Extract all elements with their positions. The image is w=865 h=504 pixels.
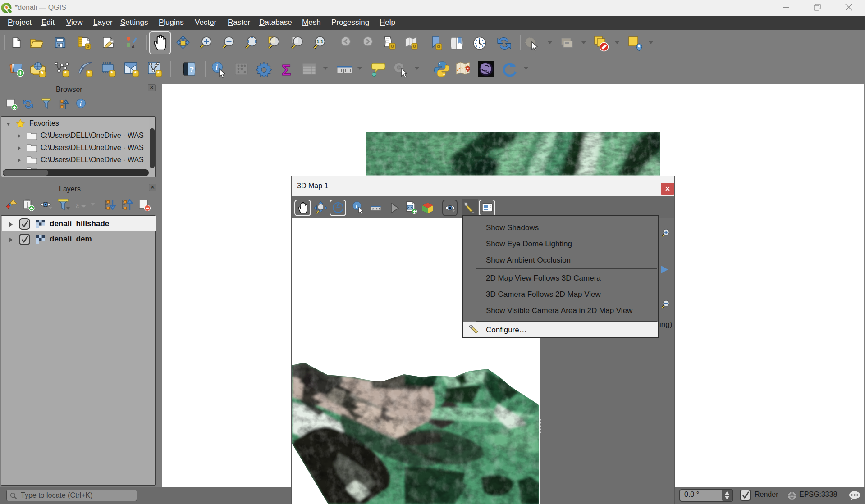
svg-text:i: i bbox=[216, 64, 218, 71]
svg-text:a: a bbox=[132, 42, 135, 49]
svg-text:*: * bbox=[157, 70, 160, 77]
svg-text:*: * bbox=[87, 70, 91, 77]
svg-text:*: * bbox=[41, 70, 44, 78]
svg-text:*: * bbox=[110, 70, 114, 77]
svg-text:?: ? bbox=[189, 65, 194, 74]
svg-text:*: * bbox=[134, 70, 137, 77]
svg-text:1:1: 1:1 bbox=[317, 39, 324, 44]
svg-text:*: * bbox=[64, 70, 67, 77]
svg-text:ε: ε bbox=[76, 200, 79, 210]
svg-text:i: i bbox=[80, 100, 82, 107]
svg-text:Σ: Σ bbox=[282, 61, 291, 77]
svg-text:i: i bbox=[356, 203, 357, 209]
